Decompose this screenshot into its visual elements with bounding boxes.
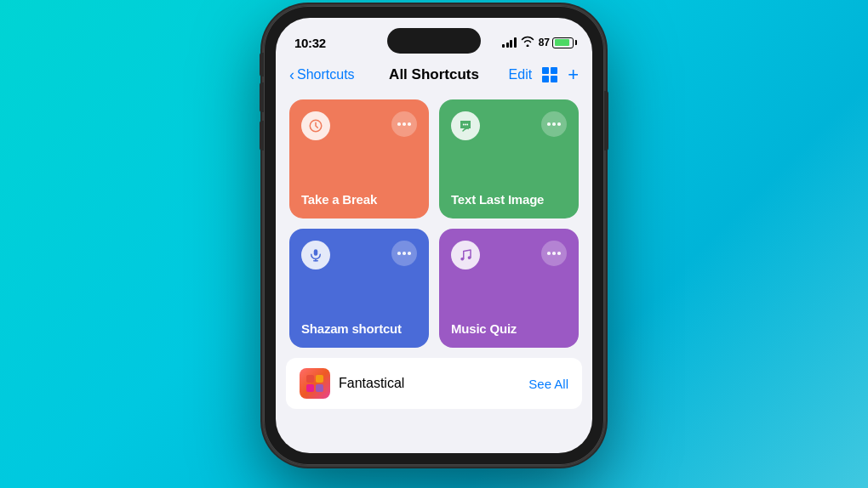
fantastical-app-name: Fantastical	[339, 376, 404, 391]
fantastical-app-icon	[300, 368, 330, 399]
shortcut-name-take-a-break: Take a Break	[301, 192, 417, 207]
shortcut-card-music-quiz[interactable]: Music Quiz	[439, 229, 579, 348]
shortcuts-grid: Take a Break	[276, 93, 592, 355]
signal-bars-icon	[502, 37, 517, 48]
shortcut-name-shazam: Shazam shortcut	[301, 321, 417, 336]
grid-view-button[interactable]	[542, 67, 557, 82]
status-icons: 87	[502, 36, 574, 49]
battery-fill	[555, 39, 569, 46]
svg-point-4	[465, 124, 466, 126]
app-row-fantastical[interactable]: Fantastical See All	[286, 358, 582, 409]
nav-bar: ‹ Shortcuts All Shortcuts Edit +	[276, 62, 592, 93]
battery-body	[552, 37, 574, 48]
clock-icon	[301, 111, 330, 140]
shortcut-card-shazam[interactable]: Shazam shortcut	[289, 229, 429, 348]
shortcut-card-take-a-break[interactable]: Take a Break	[289, 99, 429, 218]
dynamic-island	[387, 28, 481, 54]
phone-side-mute	[260, 53, 264, 77]
battery-indicator: 87	[539, 37, 574, 48]
phone-side-power	[604, 91, 608, 150]
phone-wrapper: 10:32	[255, 6, 613, 482]
shortcut-more-button-2[interactable]	[541, 111, 567, 137]
wifi-icon	[521, 36, 534, 49]
phone-frame: 10:32	[264, 6, 604, 465]
edit-button[interactable]: Edit	[509, 67, 533, 82]
shortcut-more-button-4[interactable]	[541, 241, 567, 266]
svg-rect-6	[314, 249, 318, 256]
phone-screen: 10:32	[276, 18, 592, 453]
music-icon	[451, 241, 480, 270]
see-all-button[interactable]: See All	[528, 377, 568, 391]
shortcut-name-text-last-image: Text Last Image	[451, 192, 567, 207]
battery-percent: 87	[539, 37, 550, 48]
shortcut-more-button[interactable]	[391, 111, 417, 137]
svg-point-5	[466, 124, 468, 126]
shortcut-name-music-quiz: Music Quiz	[451, 321, 567, 336]
svg-point-10	[468, 256, 471, 259]
phone-side-vol1	[260, 82, 264, 112]
back-label: Shortcuts	[297, 67, 355, 82]
back-chevron-icon: ‹	[289, 66, 294, 84]
shortcut-more-button-3[interactable]	[391, 241, 417, 266]
back-button[interactable]: ‹ Shortcuts	[289, 66, 355, 84]
status-time: 10:32	[294, 36, 326, 50]
nav-actions: Edit +	[509, 65, 579, 84]
svg-point-9	[460, 258, 464, 261]
svg-point-3	[463, 124, 465, 126]
fantastical-left: Fantastical	[300, 368, 404, 399]
mic-icon	[301, 241, 330, 270]
phone-side-vol2	[260, 121, 264, 150]
message-icon	[451, 111, 480, 140]
add-shortcut-button[interactable]: +	[568, 65, 579, 84]
shortcut-card-text-last-image[interactable]: Text Last Image	[439, 99, 579, 218]
page-title: All Shortcuts	[389, 66, 479, 83]
